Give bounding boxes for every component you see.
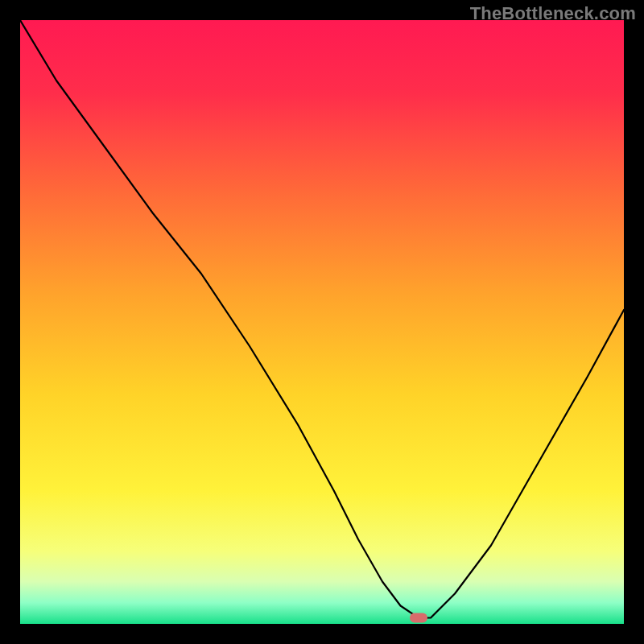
watermark-text: TheBottleneck.com <box>470 3 636 24</box>
chart-svg <box>20 20 624 624</box>
chart-frame: TheBottleneck.com <box>0 0 644 644</box>
plot-area <box>20 20 624 624</box>
bottleneck-marker <box>410 613 427 623</box>
gradient-background <box>20 20 624 624</box>
